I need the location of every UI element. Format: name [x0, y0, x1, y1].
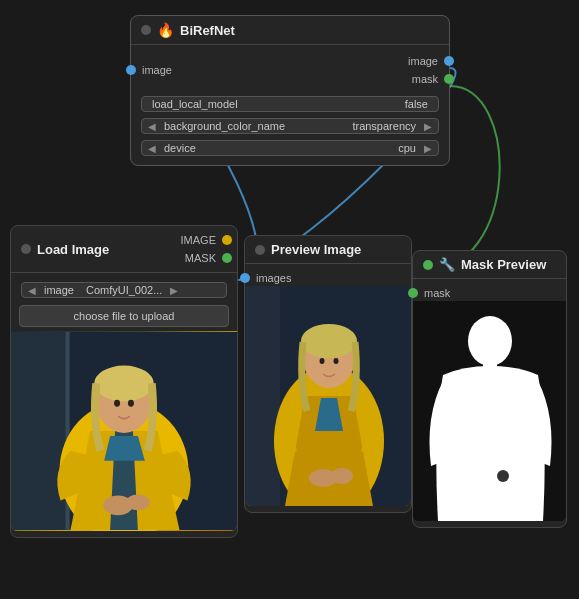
preview-image-content: [245, 286, 411, 506]
param-image-value: ComfyUI_002...: [80, 284, 168, 296]
port-label-mask-out: mask: [406, 73, 444, 85]
preview-image-title: Preview Image: [271, 242, 361, 257]
mask-preview-node: 🔧 Mask Preview mask: [412, 250, 567, 528]
birefnet-port-image-in[interactable]: image image mask: [131, 51, 449, 89]
param-image-file[interactable]: ◀ image ComfyUI_002... ▶: [11, 279, 237, 301]
load-image-port-mask-out[interactable]: MASK: [179, 250, 227, 266]
svg-point-22: [497, 470, 509, 482]
load-image-port-image-out[interactable]: IMAGE: [175, 232, 227, 248]
mask-preview-content: [413, 301, 566, 521]
birefnet-status-dot: [141, 25, 151, 35]
port-label-image-out: image: [402, 55, 444, 67]
load-image-status-dot: [21, 244, 31, 254]
svg-point-18: [331, 468, 353, 484]
param-device[interactable]: ◀ device cpu ▶: [131, 137, 449, 159]
svg-rect-11: [245, 286, 280, 506]
port-dot-mask-out: [444, 74, 454, 84]
mask-preview-title: Mask Preview: [461, 257, 546, 272]
bg-color-prev-btn[interactable]: ◀: [146, 121, 158, 132]
svg-rect-1: [11, 332, 70, 530]
svg-point-5: [94, 366, 153, 402]
port-dot-images-in: [240, 273, 250, 283]
port-label-mask: mask: [418, 287, 456, 299]
load-image-header: Load Image IMAGE MASK: [11, 226, 237, 273]
mask-port-mask-in[interactable]: mask: [413, 285, 566, 301]
preview-woman-illustration: [245, 286, 411, 506]
mask-preview-header: 🔧 Mask Preview: [413, 251, 566, 279]
port-label-image-out-load: IMAGE: [175, 234, 222, 246]
svg-point-16: [334, 358, 339, 364]
image-prev-btn[interactable]: ◀: [26, 285, 38, 296]
bg-color-next-btn[interactable]: ▶: [422, 121, 434, 132]
svg-point-7: [128, 400, 134, 407]
port-dot-mask-out-load: [222, 253, 232, 263]
load-image-preview: [11, 331, 237, 531]
preview-image-status-dot: [255, 245, 265, 255]
preview-image-node: Preview Image images: [244, 235, 412, 513]
param-background-color-label: background_color_name: [158, 120, 291, 132]
birefnet-emoji: 🔥: [157, 22, 174, 38]
birefnet-body: image image mask load_local_model false: [131, 45, 449, 165]
device-prev-btn[interactable]: ◀: [146, 143, 158, 154]
param-image-label: image: [38, 284, 80, 296]
param-load-local-model-value: false: [399, 98, 434, 110]
port-dot-image-in: [126, 65, 136, 75]
device-next-btn[interactable]: ▶: [422, 143, 434, 154]
image-next-btn[interactable]: ▶: [168, 285, 180, 296]
mask-preview-body: mask: [413, 279, 566, 527]
birefnet-node: 🔥 BiRefNet image image mask load_loc: [130, 15, 450, 166]
woman-illustration: [11, 331, 237, 531]
port-label-images: images: [250, 272, 297, 284]
birefnet-header: 🔥 BiRefNet: [131, 16, 449, 45]
param-device-label: device: [158, 142, 202, 154]
port-dot-image-out-load: [222, 235, 232, 245]
preview-port-images[interactable]: images: [245, 270, 411, 286]
param-load-local-model-label: load_local_model: [146, 98, 244, 110]
svg-point-9: [126, 494, 150, 510]
port-label-mask-out-load: MASK: [179, 252, 222, 264]
port-dot-mask-in: [408, 288, 418, 298]
birefnet-port-mask-out[interactable]: mask: [406, 71, 449, 87]
param-background-color[interactable]: ◀ background_color_name transparency ▶: [131, 115, 449, 137]
preview-image-header: Preview Image: [245, 236, 411, 264]
svg-point-20: [468, 316, 512, 366]
param-device-value: cpu: [392, 142, 422, 154]
port-label-image-in: image: [136, 64, 178, 76]
svg-point-6: [114, 400, 120, 407]
svg-point-14: [301, 324, 357, 358]
wrench-icon: 🔧: [439, 257, 455, 272]
preview-image-body: images: [245, 264, 411, 512]
load-image-title: Load Image: [37, 242, 109, 257]
birefnet-title: BiRefNet: [180, 23, 235, 38]
port-dot-image-out: [444, 56, 454, 66]
birefnet-port-image-out[interactable]: image: [402, 53, 449, 69]
load-image-body: ◀ image ComfyUI_002... ▶ choose file to …: [11, 273, 237, 537]
svg-point-15: [320, 358, 325, 364]
param-load-local-model: load_local_model false: [131, 93, 449, 115]
mask-silhouette: [413, 301, 566, 521]
choose-file-button[interactable]: choose file to upload: [19, 305, 229, 327]
mask-preview-status-dot: [423, 260, 433, 270]
param-background-color-value: transparency: [346, 120, 422, 132]
load-image-node: Load Image IMAGE MASK ◀ image ComfyUI_00…: [10, 225, 238, 538]
